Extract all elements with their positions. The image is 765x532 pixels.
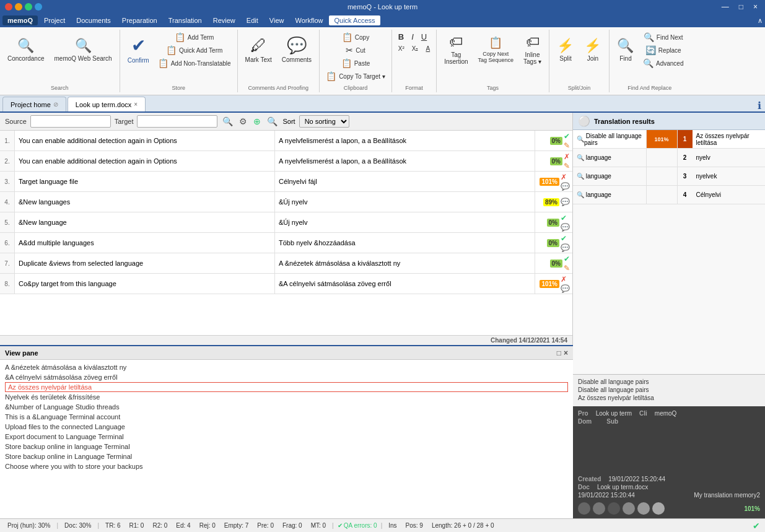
find-icon-bar[interactable]: 🔍 [266,116,279,126]
tab-lookup-close[interactable]: × [134,101,138,108]
cli-label: Cli [639,410,647,417]
list-item-highlighted[interactable]: Az összes nyelvpár letiltása [5,382,568,392]
pct-badge-6: 0% [547,239,559,247]
advanced-label: Advanced [656,60,683,67]
dot-yellow[interactable] [15,3,22,11]
comments-button[interactable]: 💬 Comments [278,31,315,68]
menu-documents[interactable]: Documents [71,15,116,25]
inline-tags-button[interactable]: 🏷 InlineTags ▾ [520,31,545,68]
menu-memoq[interactable]: memoQ [2,15,38,25]
seg-source-8: Co&py target from this language [15,274,275,294]
table-row[interactable]: 3. Target language file Célnyelvi fájl 1… [0,172,572,192]
add-nontranslatable-button[interactable]: 📋 Add Non-Translatable [155,57,234,69]
quick-add-term-button[interactable]: 📋 Quick Add Term [155,44,234,56]
menu-workflow[interactable]: Workflow [290,15,328,25]
table-row[interactable]: 4. &New languages &Új nyelv 89% 💬 [0,192,572,212]
confirm-label: Confirm [128,57,149,64]
sort-select[interactable]: No sorting By source By target [299,115,349,128]
advanced-icon: 🔍 [643,58,654,68]
view-pane-header: View pane □ × [0,346,573,360]
find-next-button[interactable]: 🔍 Find Next [640,31,686,43]
table-row[interactable]: 1. You can enable additional detection a… [0,131,572,151]
menu-review[interactable]: Review [208,15,240,25]
clipboard-col: 📋 Copy ✂ Cut 📋 Paste 📋 Copy To Target ▾ [323,31,388,82]
copy-icon: 📋 [342,32,352,42]
target-search-input[interactable] [137,115,217,128]
paste-button[interactable]: 📋 Paste [323,57,388,69]
replace-button[interactable]: 🔄 Replace [640,44,686,56]
copy-to-target-button[interactable]: 📋 Copy To Target ▾ [323,70,388,82]
tr-result-row[interactable]: 🔍 Disable all language pairs 101% 1 Az ö… [573,130,765,149]
seg-source-4: &New languages [15,192,275,212]
tab-project-home-close[interactable]: ⊘ [53,101,58,108]
seg-status-7: 0% ✔ ✎ [535,253,572,273]
dot-red[interactable] [5,3,12,11]
join-button[interactable]: ⚡ Join [580,31,605,68]
source-search-input[interactable] [30,115,111,128]
pct-badge-2: 0% [550,157,562,165]
table-row[interactable]: 6. A&dd multiple languages Több nyelv &h… [0,233,572,253]
copy-button[interactable]: 📋 Copy [323,31,388,43]
font-button[interactable]: A [423,44,432,53]
maximize-button[interactable]: □ [737,2,746,11]
view-pane-content: A &nézetek átmásolása a kiválasztott ny … [0,360,573,518]
pencil-icon-7: ✎ [564,264,570,273]
italic-button[interactable]: I [409,31,416,43]
subscript-button[interactable]: X₂ [409,44,421,53]
copy-next-tag-button[interactable]: 📋 Copy NextTag Sequence [474,31,518,68]
menu-quickaccess[interactable]: Quick Access [329,15,380,25]
view-pane-close-icon[interactable]: × [564,349,568,357]
tab-project-home[interactable]: Project home ⊘ [2,97,66,111]
settings-icon[interactable]: ⚙ [238,116,248,126]
pct-badge-4: 89% [543,198,559,206]
view-pane-detach-icon[interactable]: □ [557,349,561,357]
source-label: Source [5,118,27,125]
tag-insertion-button[interactable]: 🏷 TagInsertion [440,31,471,68]
ribbon-group-search: 🔍 Concordance 🔍 memoQ Web Search Search [0,30,120,92]
menu-view[interactable]: View [264,15,289,25]
advanced-button[interactable]: 🔍 Advanced [640,57,686,69]
bold-button[interactable]: B [396,31,406,43]
table-row[interactable]: 2. You can enable additional detection a… [0,151,572,172]
menu-preparation[interactable]: Preparation [117,15,162,25]
menu-edit[interactable]: Edit [242,15,263,25]
replace-icon: 🔄 [645,45,656,55]
confirm-icon: ✔ [131,35,146,56]
search-execute-icon[interactable]: 🔍 [221,116,234,126]
paste-label: Paste [354,60,370,67]
add-term-button[interactable]: 📋 Add Term [155,31,234,43]
mark-text-button[interactable]: 🖊 Mark Text [242,31,276,68]
pencil-icon-2: ✎ [564,162,570,170]
memoweb-button[interactable]: 🔍 memoQ Web Search [50,31,115,68]
dot-green[interactable] [25,3,32,11]
tr-result-row[interactable]: 🔍 language 3 nyelvek [573,167,765,186]
help-icon[interactable]: ℹ [758,100,761,111]
underline-button[interactable]: U [419,31,429,43]
list-item: Store backup online in Language Terminal [5,451,568,461]
close-button[interactable]: × [751,2,760,11]
table-row[interactable]: 5. &New language &Új nyelv 0% ✔ 💬 [0,212,572,233]
copynexttag-icon: 📋 [489,36,502,50]
detail-line-2: Disable all language pairs [578,386,760,393]
ribbon-group-findreplace: 🔍 Find 🔍 Find Next 🔄 Replace 🔍 Advanced … [610,30,689,92]
tr-result-row[interactable]: 🔍 language 4 Célnyelvi [573,186,765,204]
seg-status-6: 0% ✔ 💬 [535,233,572,253]
ribbon-group-tags: 🏷 TagInsertion 📋 Copy NextTag Sequence 🏷… [437,30,549,92]
table-row[interactable]: 8. Co&py target from this language &A cé… [0,274,572,294]
ribbon-collapse[interactable]: ∧ [758,17,763,25]
tab-lookup-term[interactable]: Look up term.docx × [68,97,146,111]
cut-button[interactable]: ✂ Cut [323,44,388,56]
add-filter-icon[interactable]: ⊕ [252,116,262,126]
tr-result-row[interactable]: 🔍 language 2 nyelv [573,149,765,167]
minimize-button[interactable]: — [719,2,732,11]
concordance-button[interactable]: 🔍 Concordance [4,31,48,68]
menu-translation[interactable]: Translation [164,15,207,25]
find-button[interactable]: 🔍 Find [613,31,638,68]
check-icon-5: ✔ [561,214,570,222]
menu-project[interactable]: Project [39,15,70,25]
status-qa: ✔ QA errors: 0 [338,522,377,529]
confirm-button[interactable]: ✔ Confirm [124,31,153,68]
superscript-button[interactable]: X² [396,44,407,53]
split-button[interactable]: ⚡ Split [553,31,578,68]
table-row[interactable]: 7. Duplicate &views from selected langua… [0,253,572,274]
